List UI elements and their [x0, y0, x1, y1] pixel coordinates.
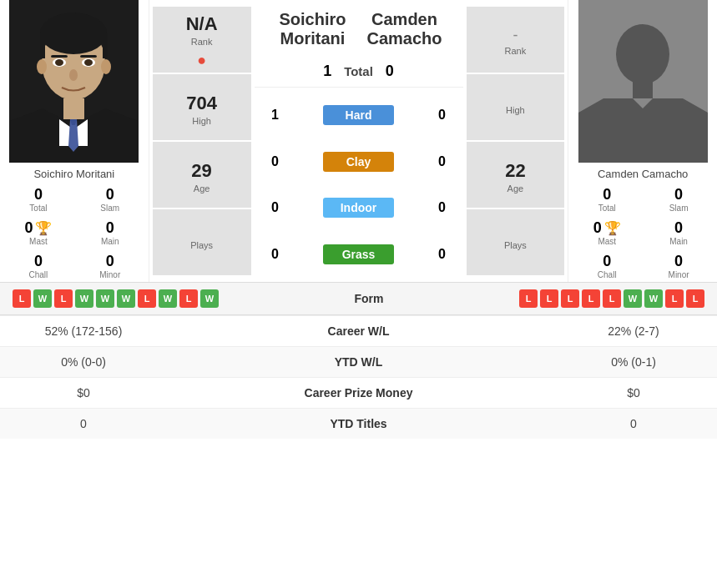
svg-point-10	[84, 59, 93, 66]
sr-left-1: 0% (0-0)	[17, 355, 150, 369]
left-slam-value: 0	[76, 186, 144, 204]
left-total-cell: 0 Total	[4, 183, 73, 215]
rank-value-left: N/A	[186, 13, 218, 35]
right-minor-value: 0	[644, 253, 713, 270]
right-main-cell: 0 Main	[644, 217, 713, 249]
player-right-stats: 0 Total 0 Slam 0 🏆 Mast 0 Main	[568, 183, 717, 282]
right-total-cell: 0 Total	[573, 183, 641, 215]
form-badge-l: L	[519, 289, 538, 308]
total-left-score: 1	[323, 63, 331, 80]
age-box-right: 22 Age	[467, 142, 565, 208]
right-total-label: Total	[573, 204, 641, 213]
sr-left-2: $0	[17, 386, 150, 400]
svg-rect-12	[80, 55, 97, 58]
sr-right-3: 0	[567, 417, 700, 430]
form-badge-l: L	[603, 289, 621, 308]
names-row: Soichiro Moritani Camden Camacho	[255, 0, 463, 53]
player-right-name-label: Camden Camacho	[598, 168, 688, 180]
right-mast-cell: 0 🏆 Mast	[573, 217, 641, 249]
form-badge-w: W	[33, 289, 52, 308]
rank-label-left: Rank	[191, 37, 213, 47]
sr-right-0: 22% (2-7)	[567, 324, 700, 338]
svg-rect-11	[51, 55, 68, 58]
right-chall-cell: 0 Chall	[573, 250, 641, 282]
stats-row-0: 52% (172-156) Career W/L 22% (2-7)	[0, 315, 717, 346]
plays-box-right: Plays	[467, 209, 565, 275]
grass-label: Grass	[323, 244, 394, 264]
player-left-header-name: Soichiro Moritani	[267, 10, 359, 48]
left-mast-cell: 0 🏆 Mast	[4, 217, 73, 249]
middle-right-stats: - Rank High 22 Age Plays	[463, 0, 568, 282]
high-value-left: 704	[186, 93, 217, 114]
right-mast-value: 0	[593, 219, 602, 237]
form-badge-l: L	[582, 289, 600, 308]
form-badge-w: W	[624, 289, 642, 308]
grass-right: 0	[434, 247, 451, 262]
svg-rect-17	[633, 82, 653, 98]
svg-rect-14	[63, 98, 84, 119]
svg-point-16	[616, 24, 669, 84]
main-container: Soichiro Moritani 0 Total 0 Slam 0 🏆 Mas…	[0, 0, 717, 439]
right-trophy-icon: 🏆	[604, 220, 621, 236]
indoor-label: Indoor	[323, 198, 394, 218]
right-minor-cell: 0 Minor	[644, 250, 713, 282]
sr-right-1: 0% (0-1)	[567, 355, 700, 369]
sr-center-3: YTD Titles	[284, 417, 434, 430]
left-main-label: Main	[76, 237, 144, 246]
left-mast-value: 0	[24, 219, 33, 237]
indoor-right: 0	[434, 200, 451, 215]
left-main-value: 0	[76, 219, 144, 237]
right-total-value: 0	[573, 186, 641, 204]
right-name-text: Camden Camacho	[366, 10, 442, 48]
svg-rect-4	[103, 33, 108, 58]
right-slam-label: Slam	[644, 204, 713, 213]
indoor-row: 0 Indoor 0	[267, 198, 451, 218]
form-section: LWLWWWLWLW Form LLLLLWWLL	[0, 282, 717, 314]
total-right-score: 0	[386, 63, 394, 80]
svg-point-5	[37, 59, 47, 74]
left-trophy-icon: 🏆	[35, 220, 52, 236]
left-minor-label: Minor	[76, 270, 144, 279]
stats-row-3: 0 YTD Titles 0	[0, 408, 717, 439]
clay-label: Clay	[323, 152, 394, 172]
left-main-cell: 0 Main	[76, 217, 144, 249]
right-minor-label: Minor	[644, 270, 713, 279]
high-box-right: High	[467, 74, 565, 140]
age-label-left: Age	[194, 183, 210, 193]
plays-label-right: Plays	[504, 240, 527, 250]
player-left: Soichiro Moritani 0 Total 0 Slam 0 🏆 Mas…	[0, 0, 149, 282]
form-badge-l: L	[561, 289, 579, 308]
right-form-badges: LLLLLWWLL	[519, 289, 704, 308]
middle-left-stats: N/A Rank ● 704 High 29 Age Plays	[149, 0, 255, 282]
courts-area: 1 Hard 0 0 Clay 0 0 Indoor 0 0 Grass	[255, 88, 463, 282]
left-slam-cell: 0 Slam	[76, 183, 144, 215]
left-chall-label: Chall	[4, 270, 73, 279]
right-chall-label: Chall	[573, 270, 641, 279]
rank-dot-left: ●	[197, 52, 206, 69]
svg-point-2	[40, 13, 107, 54]
form-badge-l: L	[179, 289, 198, 308]
plays-box-left: Plays	[153, 209, 251, 275]
form-badge-w: W	[159, 289, 177, 308]
hard-right: 0	[434, 108, 451, 123]
right-player-svg	[578, 0, 708, 163]
left-mast-label: Mast	[4, 237, 73, 246]
sr-center-0: Career W/L	[284, 324, 434, 338]
left-form-badges: LWLWWWLWLW	[13, 289, 219, 308]
stats-row-2: $0 Career Prize Money $0	[0, 377, 717, 408]
high-label-left: High	[192, 116, 211, 126]
svg-point-6	[101, 59, 111, 74]
sr-left-3: 0	[17, 417, 150, 430]
sr-center-1: YTD W/L	[284, 355, 434, 369]
total-row: 1 Total 0	[255, 53, 463, 88]
right-main-value: 0	[644, 219, 713, 237]
left-chall-cell: 0 Chall	[4, 250, 73, 282]
age-label-right: Age	[507, 183, 524, 193]
form-badge-l: L	[138, 289, 156, 308]
svg-point-9	[55, 59, 63, 66]
grass-left: 0	[267, 247, 284, 262]
form-badge-w: W	[75, 289, 93, 308]
rank-box-left: N/A Rank ●	[153, 7, 251, 73]
player-left-name-label: Soichiro Moritani	[33, 168, 114, 180]
clay-row: 0 Clay 0	[267, 152, 451, 172]
